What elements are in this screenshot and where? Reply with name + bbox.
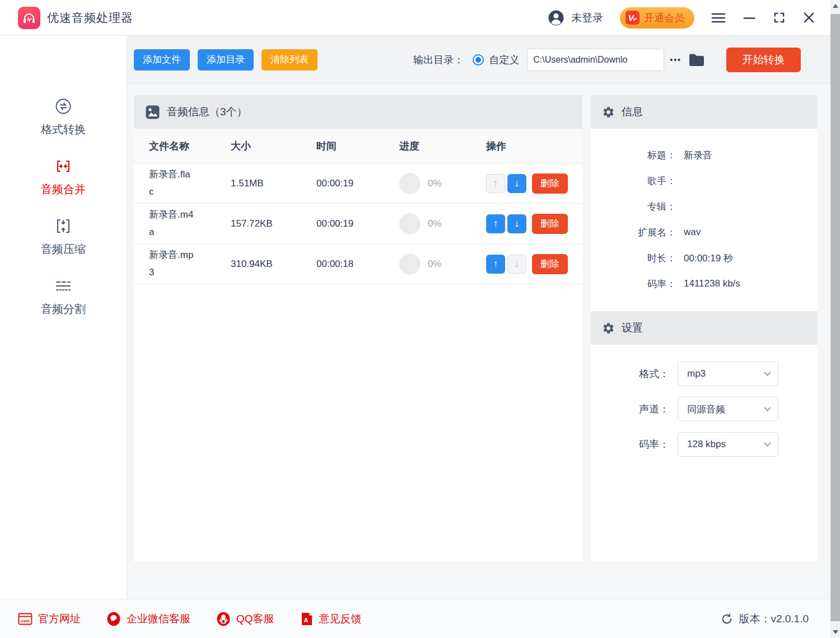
menu-button[interactable] (711, 11, 726, 25)
folder-icon (688, 53, 705, 67)
add-directory-button[interactable]: 添加目录 (198, 49, 254, 71)
start-convert-button[interactable]: 开始转换 (726, 48, 801, 72)
feedback-link[interactable]: A 意见反馈 (300, 612, 362, 626)
info-panel-title: 信息 (622, 105, 643, 119)
custom-radio[interactable] (473, 54, 484, 65)
info-field: 扩展名：wav (591, 219, 818, 245)
channel-select[interactable]: 同源音频 (678, 397, 778, 421)
hamburger-icon (711, 11, 726, 25)
table-header: 文件名称 大小 时间 进度 操作 (134, 129, 582, 163)
maximize-button[interactable] (773, 11, 786, 24)
close-button[interactable] (802, 11, 815, 24)
scrollbar-thumb[interactable] (830, 14, 840, 621)
setting-field: 格式： mp3 (591, 362, 818, 386)
chevron-down-icon (764, 404, 771, 411)
wechat-work-icon (106, 612, 121, 626)
audio-list-panel: 音频信息（3个） 文件名称 大小 时间 进度 操作 新录音.flac 1.51M… (134, 95, 582, 561)
version-label: 版本：v2.0.1.0 (739, 612, 809, 626)
wechat-service-link[interactable]: 企业微信客服 (106, 612, 190, 626)
scrollbar[interactable] (830, 0, 840, 638)
progress-percent: 0% (428, 259, 442, 270)
sidebar-item-audio-merge[interactable]: 音频合并 (41, 157, 86, 197)
app-logo-icon (18, 7, 40, 29)
custom-radio-label: 自定义 (489, 53, 519, 67)
info-field: 时长：00:00:19 秒 (591, 245, 818, 271)
toolbar: 添加文件 添加目录 清除列表 输出目录： 自定义 ••• 开始转换 (127, 36, 840, 84)
table-row: 新录音.flac 1.51MB 00:00:19 0% ↑ ↓ 删除 (134, 163, 582, 204)
svg-text:.com: .com (20, 618, 30, 623)
content-area: 音频信息（3个） 文件名称 大小 时间 进度 操作 新录音.flac 1.51M… (127, 84, 840, 599)
qq-icon (216, 612, 231, 626)
vip-button-label: 开通会员 (644, 11, 684, 25)
table-row: 新录音.m4a 157.72KB 00:00:19 0% ↑ ↓ 删除 (134, 204, 582, 244)
maximize-icon (773, 11, 786, 24)
audio-merge-icon (54, 157, 72, 175)
file-time: 00:00:18 (316, 259, 399, 270)
official-website-link[interactable]: .com 官方网址 (18, 612, 81, 626)
delete-button[interactable]: 删除 (532, 214, 568, 234)
minimize-button[interactable] (743, 11, 756, 25)
format-select[interactable]: mp3 (678, 362, 778, 386)
delete-button[interactable]: 删除 (532, 173, 568, 194)
file-name: 新录音.mp3 (149, 247, 195, 281)
login-area[interactable]: 未登录 (548, 10, 603, 26)
login-status[interactable]: 未登录 (571, 11, 603, 25)
open-folder-button[interactable] (688, 53, 705, 67)
browse-more-button[interactable]: ••• (670, 55, 682, 64)
open-vip-button[interactable]: VIP 开通会员 (620, 7, 694, 29)
gear-icon (602, 106, 615, 119)
file-size: 310.94KB (231, 259, 316, 270)
col-time: 时间 (316, 139, 399, 153)
file-size: 157.72KB (231, 218, 316, 229)
user-avatar-icon (548, 10, 564, 26)
chevron-down-icon (764, 439, 771, 447)
clear-list-button[interactable]: 清除列表 (262, 49, 318, 71)
progress-circle (399, 173, 421, 194)
info-field: 专辑： (591, 194, 818, 219)
move-down-button[interactable]: ↓ (507, 214, 526, 233)
svg-text:A: A (304, 617, 308, 623)
file-time: 00:00:19 (316, 218, 399, 229)
info-settings-panel: 信息 标题：新录音 歌手： 专辑： 扩展名：wav (591, 95, 818, 561)
refresh-icon[interactable] (721, 613, 733, 625)
vip-icon: VIP (626, 11, 640, 25)
footer: .com 官方网址 企业微信客服 QQ客服 (0, 599, 840, 638)
scroll-up-arrow[interactable] (830, 1, 840, 11)
sidebar-item-format-convert[interactable]: 格式转换 (41, 97, 86, 137)
add-file-button[interactable]: 添加文件 (134, 49, 190, 71)
file-name: 新录音.flac (149, 166, 195, 200)
close-icon (802, 11, 815, 24)
website-icon: .com (18, 613, 32, 625)
move-up-button[interactable]: ↑ (486, 174, 505, 193)
chevron-down-icon (764, 369, 771, 376)
file-time: 00:00:19 (316, 178, 399, 189)
info-field: 标题：新录音 (591, 142, 818, 168)
setting-field: 码率： 128 kbps (591, 432, 818, 457)
app-window: 优速音频处理器 未登录 VIP 开通会员 (0, 0, 840, 638)
audio-list-title: 音频信息（3个） (167, 105, 248, 119)
sidebar-item-audio-split[interactable]: 音频分割 (41, 277, 86, 317)
move-up-button[interactable]: ↑ (486, 214, 505, 233)
move-down-button[interactable]: ↓ (507, 174, 526, 193)
audio-split-icon (54, 277, 73, 295)
app-title: 优速音频处理器 (47, 10, 133, 26)
scroll-down-arrow[interactable] (830, 627, 840, 637)
bitrate-select[interactable]: 128 kbps (678, 432, 778, 457)
output-path-input[interactable] (527, 49, 664, 71)
progress-percent: 0% (428, 218, 442, 229)
feedback-icon: A (300, 612, 314, 626)
file-name: 新录音.m4a (149, 207, 195, 241)
output-dir-label: 输出目录： (413, 53, 464, 67)
audio-compress-icon (54, 217, 72, 235)
delete-button[interactable]: 删除 (532, 254, 568, 274)
progress-circle (399, 213, 421, 234)
qq-service-link[interactable]: QQ客服 (216, 612, 274, 626)
move-up-button[interactable]: ↑ (486, 255, 505, 274)
sidebar-item-audio-compress[interactable]: 音频压缩 (41, 217, 86, 257)
table-row: 新录音.mp3 310.94KB 00:00:18 0% ↑ ↓ 删除 (134, 244, 582, 284)
info-field: 码率：1411238 kb/s (591, 271, 818, 297)
col-progress: 进度 (399, 139, 486, 153)
move-down-button[interactable]: ↓ (507, 255, 526, 274)
settings-panel-title: 设置 (622, 321, 643, 335)
gear-icon (602, 322, 615, 335)
